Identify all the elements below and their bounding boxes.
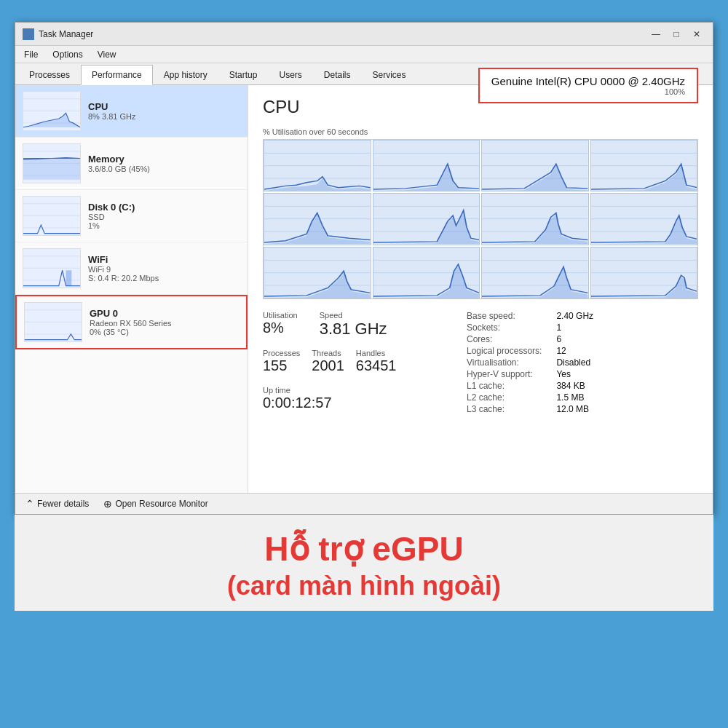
bottom-stats: Utilisation 8% Speed 3.81 GHz Processes [263,311,698,414]
speed-stat-label: Speed [320,311,387,320]
title-bar-left: Task Manager [23,28,93,40]
cpu-info: CPU 8% 3.81 GHz [88,101,240,121]
bottom-banner: Hỗ trợ eGPU (card màn hình ngoài) [15,515,713,611]
maximize-button[interactable]: □ [668,27,685,41]
disk-info: Disk 0 (C:) SSD 1% [88,202,240,230]
threads-value: 2001 [312,357,344,374]
threads-stat: Threads 2001 [312,349,344,374]
cores-val: 6 [556,334,593,344]
processes-label: Processes [263,349,300,357]
cpu-core-graph-12 [590,247,698,298]
l1-val: 384 KB [556,381,593,391]
menu-view[interactable]: View [95,48,119,61]
disk-usage: 1% [88,221,240,230]
uptime-value: 0:00:12:57 [263,395,452,411]
cpu-label: CPU [88,101,240,112]
gpu-model: Radeon RX 560 Series [90,319,239,328]
outer-wrapper: Task Manager — □ ✕ File Options View Pro… [0,0,728,728]
l1-key: L1 cache: [467,381,542,391]
speed-stat-value: 3.81 GHz [320,320,387,339]
cpu-name-box: Genuine Intel(R) CPU 0000 @ 2.40GHz 100% [478,68,698,103]
tab-startup[interactable]: Startup [218,65,269,84]
logical-key: Logical processors: [467,346,542,356]
chevron-up-icon: ⌃ [25,498,34,510]
minimize-button[interactable]: — [647,27,665,41]
wifi-info: WiFi WiFi 9 S: 0.4 R: 20.2 Mbps [88,254,240,282]
cpu-core-graph-1 [264,140,371,191]
tab-services[interactable]: Services [362,65,417,84]
logical-val: 12 [556,346,593,356]
cpu-core-graph-10 [373,247,480,298]
tab-details[interactable]: Details [313,65,362,84]
gpu-label: GPU 0 [90,308,239,319]
cpu-graphs-grid [263,139,698,299]
close-button[interactable]: ✕ [688,27,705,41]
sidebar-item-wifi[interactable]: WiFi WiFi 9 S: 0.4 R: 20.2 Mbps [15,242,248,295]
gpu-info: GPU 0 Radeon RX 560 Series 0% (35 °C) [90,308,239,336]
cpu-name-text: Genuine Intel(R) CPU 0000 @ 2.40GHz [491,75,685,87]
left-stats: Utilisation 8% Speed 3.81 GHz Processes [263,311,452,411]
cpu-core-graph-3 [481,140,589,191]
hyperv-key: Hyper-V support: [467,369,542,379]
footer: ⌃ Fewer details ⊕ Open Resource Monitor [15,493,713,514]
uptime-label: Up time [263,386,452,395]
tab-users[interactable]: Users [268,65,312,84]
cores-key: Cores: [467,334,542,344]
menu-bar: File Options View [15,46,713,63]
cpu-specs: Base speed: 2.40 GHz Sockets: 1 Cores: 6… [467,311,593,414]
gpu-thumb [24,302,82,342]
cpu-core-graph-7 [481,193,589,245]
utilisation-label: % Utilisation over 60 seconds [263,127,698,136]
open-resource-monitor-button[interactable]: ⊕ Open Resource Monitor [103,498,207,510]
svg-rect-3 [29,35,33,39]
tab-processes[interactable]: Processes [18,65,81,84]
menu-options[interactable]: Options [50,48,85,61]
cpu-core-graph-6 [373,193,480,245]
disk-type: SSD [88,213,240,221]
fewer-details-label: Fewer details [37,499,89,509]
l2-val: 1.5 MB [556,392,593,403]
gpu-usage: 0% (35 °C) [90,328,239,336]
proc-thread-handle-row: Processes 155 Threads 2001 Handles 63451 [263,349,452,374]
menu-file[interactable]: File [21,48,41,61]
handles-label: Handles [356,349,397,357]
panel-title: CPU [263,97,300,117]
cpu-core-graph-5 [264,193,371,245]
tab-app-history[interactable]: App history [153,65,218,84]
sidebar-item-memory[interactable]: Memory 3.6/8.0 GB (45%) [15,138,248,190]
monitor-icon: ⊕ [103,498,112,510]
handles-value: 63451 [356,357,397,374]
svg-rect-14 [23,197,80,236]
sidebar-item-disk[interactable]: Disk 0 (C:) SSD 1% [15,190,248,242]
memory-label: Memory [88,154,240,165]
speed-stat: Speed 3.81 GHz [320,311,387,339]
content-area: CPU 8% 3.81 GHz [15,85,713,493]
sidebar-item-cpu[interactable]: CPU 8% 3.81 GHz [15,85,248,138]
memory-stats: 3.6/8.0 GB (45%) [88,165,240,173]
util-speed-row: Utilisation 8% Speed 3.81 GHz [263,311,452,339]
processes-value: 155 [263,357,300,374]
fewer-details-button[interactable]: ⌃ Fewer details [25,498,89,510]
utilisation-stat-value: 8% [263,320,298,336]
wifi-name: WiFi 9 [88,265,240,274]
hyperv-val: Yes [556,369,593,379]
processes-stat: Processes 155 [263,349,300,374]
utilisation-stat-label: Utilisation [263,311,298,320]
svg-rect-12 [23,159,80,180]
cpu-core-graph-4 [590,140,698,191]
sidebar-item-gpu[interactable]: GPU 0 Radeon RX 560 Series 0% (35 °C) [15,295,248,349]
cpu-max-percent: 100% [491,87,685,96]
handles-stat: Handles 63451 [356,349,397,374]
svg-rect-2 [24,35,28,39]
cpu-core-graph-8 [590,193,698,245]
svg-rect-1 [29,30,33,33]
sockets-val: 1 [556,323,593,333]
tab-performance[interactable]: Performance [81,65,153,85]
base-speed-val: 2.40 GHz [556,311,593,321]
l3-val: 12.0 MB [556,404,593,414]
cpu-core-graph-2 [373,140,480,191]
svg-rect-23 [25,303,82,342]
title-bar: Task Manager — □ ✕ [15,23,713,46]
uptime-stat: Up time 0:00:12:57 [263,386,452,411]
memory-info: Memory 3.6/8.0 GB (45%) [88,154,240,173]
